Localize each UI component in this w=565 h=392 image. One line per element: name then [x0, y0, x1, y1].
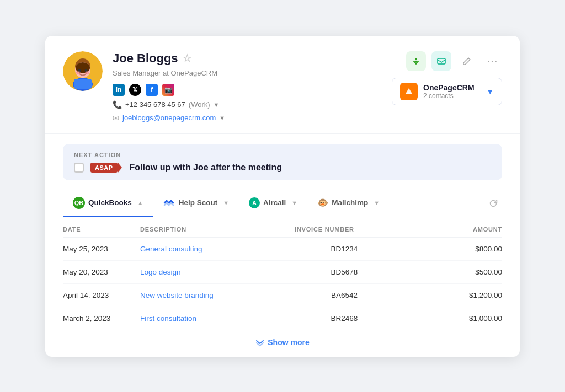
action-checkbox[interactable]	[74, 163, 84, 173]
row-1-date: May 20, 2023	[63, 260, 140, 283]
col-header-description: DESCRIPTION	[140, 219, 295, 238]
next-action-text: Follow up with Joe after the meeting	[130, 163, 282, 173]
row-1-invoice: BD5678	[295, 260, 394, 283]
col-header-invoice: INVOICE NUMBER	[295, 219, 394, 238]
company-contacts: 2 contacts	[423, 92, 481, 100]
col-header-amount: AMOUNT	[394, 219, 502, 238]
row-2-date: April 14, 2023	[63, 283, 140, 307]
quickbooks-icon: QB	[73, 197, 85, 209]
tab-helpscout[interactable]: Help Scout ▼	[153, 190, 239, 217]
header-actions: ⋯	[406, 51, 502, 71]
row-3-invoice: BR2468	[295, 307, 394, 330]
email-icon: ✉	[113, 114, 119, 122]
company-logo-icon	[400, 83, 418, 100]
helpscout-icon	[163, 197, 175, 209]
table-header: DATE DESCRIPTION INVOICE NUMBER AMOUNT	[63, 219, 502, 238]
phone-dropdown-icon[interactable]: ▼	[214, 101, 220, 108]
social-icons: in 𝕏 f 📷	[113, 84, 225, 96]
row-3-amount: $1,000.00	[394, 307, 502, 330]
invoices-table: DATE DESCRIPTION INVOICE NUMBER AMOUNT M…	[63, 219, 502, 330]
company-name: OnePageCRM	[423, 83, 481, 92]
table-row: May 20, 2023 Logo design BD5678 $500.00	[63, 260, 502, 283]
row-1-description: Logo design	[140, 260, 295, 283]
row-3-description: First consultation	[140, 307, 295, 330]
row-3-date: March 2, 2023	[63, 307, 140, 330]
contact-right: ⋯ OnePageCRM 2 contacts ▼	[392, 51, 502, 105]
instagram-icon[interactable]: 📷	[162, 84, 174, 96]
company-dropdown-icon[interactable]: ▼	[486, 87, 494, 96]
contact-info: Joe Bloggs ☆ Sales Manager at OnePageCRM…	[113, 51, 225, 122]
phone-number: +12 345 678 45 67	[125, 100, 185, 109]
contact-phone: 📞 +12 345 678 45 67 (Work) ▼	[113, 100, 225, 109]
email-dropdown-icon[interactable]: ▼	[219, 115, 225, 121]
row-0-description: General consulting	[140, 237, 295, 260]
phone-icon: 📞	[113, 100, 122, 109]
table-body: May 25, 2023 General consulting BD1234 $…	[63, 237, 502, 330]
table-row: April 14, 2023 New website branding BA65…	[63, 283, 502, 307]
name-text: Joe Bloggs	[113, 51, 178, 66]
next-action-row: ASAP Follow up with Joe after the meetin…	[74, 163, 491, 173]
tab-aircall-label: Aircall	[263, 198, 286, 207]
row-0-date: May 25, 2023	[63, 237, 140, 260]
quickbooks-chevron-up-icon: ▲	[137, 200, 143, 206]
edit-action-button[interactable]	[457, 51, 477, 71]
company-badge[interactable]: OnePageCRM 2 contacts ▼	[392, 78, 502, 105]
row-0-description-link[interactable]: General consulting	[140, 245, 202, 253]
row-3-description-link[interactable]: First consultation	[140, 314, 196, 323]
row-0-amount: $800.00	[394, 237, 502, 260]
company-info: OnePageCRM 2 contacts	[423, 83, 481, 100]
more-dots-icon: ⋯	[487, 55, 498, 68]
show-more-label: Show more	[268, 338, 309, 347]
helpscout-chevron-icon: ▼	[223, 200, 229, 206]
row-1-description-link[interactable]: Logo design	[140, 268, 181, 276]
tab-aircall[interactable]: A Aircall ▼	[239, 191, 307, 217]
table-section: DATE DESCRIPTION INVOICE NUMBER AMOUNT M…	[45, 219, 520, 330]
email-action-button[interactable]	[431, 51, 451, 71]
next-action-section: NEXT ACTION ASAP Follow up with Joe afte…	[63, 144, 502, 180]
email-link[interactable]: joebloggs@onepagecrm.com	[122, 114, 216, 122]
table-row: May 25, 2023 General consulting BD1234 $…	[63, 237, 502, 260]
tab-mailchimp-label: Mailchimp	[332, 198, 368, 207]
x-icon[interactable]: 𝕏	[129, 84, 141, 96]
tab-helpscout-label: Help Scout	[179, 198, 218, 207]
aircall-icon: A	[249, 197, 260, 208]
contact-email: ✉ joebloggs@onepagecrm.com ▼	[113, 114, 225, 122]
contact-left: Joe Bloggs ☆ Sales Manager at OnePageCRM…	[63, 51, 225, 122]
avatar	[63, 51, 103, 91]
row-2-description-link[interactable]: New website branding	[140, 291, 214, 299]
more-options-button[interactable]: ⋯	[482, 51, 502, 71]
svg-point-6	[76, 71, 81, 74]
table-row: March 2, 2023 First consultation BR2468 …	[63, 307, 502, 330]
row-2-amount: $1,200.00	[394, 283, 502, 307]
facebook-icon[interactable]: f	[146, 84, 158, 96]
tab-quickbooks[interactable]: QB QuickBooks ▲	[63, 190, 153, 217]
contact-title: Sales Manager at OnePageCRM	[113, 69, 225, 77]
row-1-amount: $500.00	[394, 260, 502, 283]
integration-action-button[interactable]	[406, 51, 426, 71]
phone-type: (Work)	[189, 100, 210, 109]
svg-point-7	[85, 71, 89, 74]
contact-card: Joe Bloggs ☆ Sales Manager at OnePageCRM…	[45, 36, 520, 357]
row-0-invoice: BD1234	[295, 237, 394, 260]
tab-quickbooks-label: QuickBooks	[88, 198, 132, 207]
tabs-section: QB QuickBooks ▲ Help Scout ▼ A Aircall ▼…	[63, 190, 502, 217]
aircall-chevron-icon: ▼	[291, 200, 297, 206]
mailchimp-icon: 🐵	[317, 197, 328, 208]
next-action-label: NEXT ACTION	[74, 152, 491, 158]
row-2-description: New website branding	[140, 283, 295, 307]
svg-rect-9	[74, 79, 92, 89]
refresh-button[interactable]	[484, 195, 502, 212]
row-2-invoice: BA6542	[295, 283, 394, 307]
favorite-star-icon[interactable]: ☆	[183, 52, 191, 65]
col-header-date: DATE	[63, 219, 140, 238]
tab-mailchimp[interactable]: 🐵 Mailchimp ▼	[307, 191, 390, 217]
contact-header: Joe Bloggs ☆ Sales Manager at OnePageCRM…	[45, 36, 520, 134]
linkedin-icon[interactable]: in	[113, 84, 125, 96]
mailchimp-chevron-icon: ▼	[374, 200, 380, 206]
asap-badge: ASAP	[90, 163, 118, 173]
contact-name: Joe Bloggs ☆	[113, 51, 225, 66]
show-more-button[interactable]: Show more	[45, 330, 520, 357]
table-wrapper: DATE DESCRIPTION INVOICE NUMBER AMOUNT M…	[63, 219, 502, 330]
